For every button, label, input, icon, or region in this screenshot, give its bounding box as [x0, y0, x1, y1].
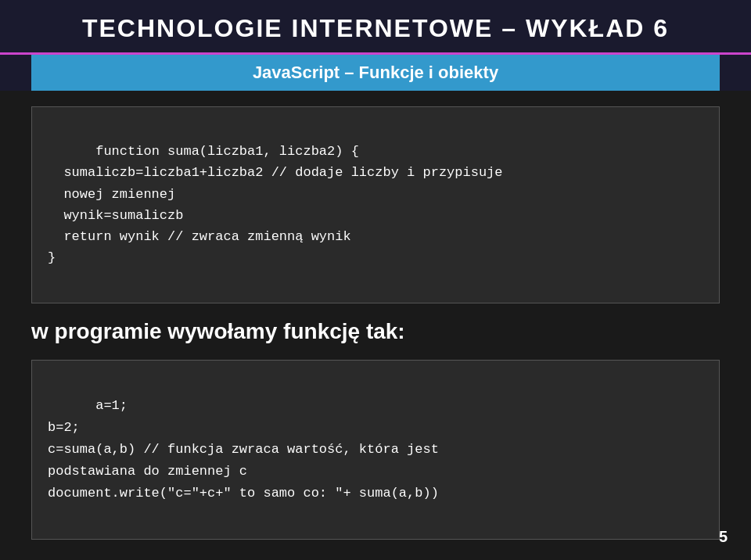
- description-text: w programie wywołamy funkcję tak:: [31, 316, 720, 347]
- subtitle-bar: JavaScript – Funkcje i obiekty: [31, 55, 720, 91]
- page-number: 5: [719, 528, 728, 546]
- code-block-2: a=1; b=2; c=suma(a,b) // funkcja zwraca …: [31, 360, 720, 540]
- code-block-2-text: a=1; b=2; c=suma(a,b) // funkcja zwraca …: [48, 398, 439, 501]
- subtitle-text: JavaScript – Funkcje i obiekty: [253, 63, 498, 82]
- main-content: function suma(liczba1, liczba2) { sumali…: [0, 91, 751, 560]
- slide-title: TECHNOLOGIE INTERNETOWE – WYKŁAD 6: [82, 14, 669, 42]
- header-wrapper: TECHNOLOGIE INTERNETOWE – WYKŁAD 6 JavaS…: [0, 0, 751, 91]
- code-block-1-text: function suma(liczba1, liczba2) { sumali…: [48, 144, 503, 265]
- code-block-1: function suma(liczba1, liczba2) { sumali…: [31, 106, 720, 303]
- header: TECHNOLOGIE INTERNETOWE – WYKŁAD 6: [0, 0, 751, 55]
- slide: TECHNOLOGIE INTERNETOWE – WYKŁAD 6 JavaS…: [0, 0, 751, 560]
